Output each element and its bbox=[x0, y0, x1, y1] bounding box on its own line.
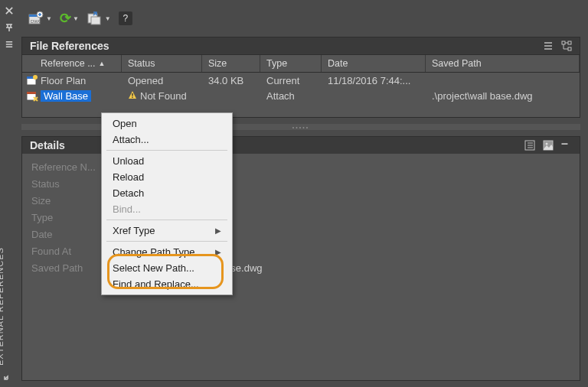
svg-rect-14 bbox=[132, 93, 132, 96]
svg-rect-5 bbox=[91, 17, 100, 24]
panel-title: Details bbox=[30, 139, 65, 151]
collapse-icon[interactable]: – bbox=[561, 140, 572, 151]
ctx-detach[interactable]: Detach bbox=[102, 185, 232, 201]
details-view-icon[interactable] bbox=[524, 140, 535, 151]
tree-view-icon[interactable] bbox=[561, 41, 572, 51]
table-row[interactable]: Floor Plan Opened 34.0 KB Current 11/18/… bbox=[22, 73, 580, 88]
svg-rect-15 bbox=[132, 96, 132, 97]
col-path[interactable]: Saved Path bbox=[426, 55, 580, 72]
ctx-select-new-path[interactable]: Select New Path... bbox=[102, 260, 232, 276]
col-date[interactable]: Date bbox=[322, 55, 426, 72]
ctx-attach[interactable]: Attach... bbox=[102, 132, 232, 148]
pin-icon[interactable] bbox=[3, 21, 15, 34]
ctx-open[interactable]: Open bbox=[102, 115, 232, 132]
table-row[interactable]: Wall Base Not Found Attach .\project\wal… bbox=[22, 88, 580, 103]
ctx-bind: Bind... bbox=[102, 201, 232, 217]
warning-icon bbox=[128, 90, 137, 102]
submenu-arrow-icon: ▶ bbox=[215, 226, 221, 235]
list-view-icon[interactable] bbox=[543, 41, 554, 51]
col-size[interactable]: Size bbox=[202, 55, 260, 72]
ctx-change-path-type[interactable]: Change Path Type▶ bbox=[102, 244, 232, 260]
ctx-reload[interactable]: Reload bbox=[102, 169, 232, 185]
close-icon[interactable] bbox=[3, 5, 15, 17]
help-icon: ? bbox=[119, 11, 132, 25]
refresh-button[interactable]: ⟳ ▼ bbox=[60, 10, 79, 27]
ctx-find-replace[interactable]: Find and Replace... bbox=[102, 276, 232, 292]
chevron-down-icon: ▼ bbox=[73, 15, 79, 22]
left-rail: EXTERNAL REFERENCES bbox=[0, 0, 18, 387]
attach-dwg-button[interactable]: DWG ▼ bbox=[28, 10, 52, 27]
menu-icon[interactable] bbox=[3, 38, 15, 50]
svg-rect-6 bbox=[562, 41, 565, 44]
palette-title: EXTERNAL REFERENCES bbox=[0, 247, 5, 366]
chevron-down-icon: ▼ bbox=[105, 15, 111, 22]
ctx-xref-type[interactable]: Xref Type▶ bbox=[102, 223, 232, 239]
preview-icon[interactable] bbox=[543, 140, 554, 151]
column-headers: Reference ...▲ Status Size Type Date Sav… bbox=[22, 54, 580, 73]
dwg-missing-icon bbox=[25, 89, 39, 102]
ctx-unload[interactable]: Unload bbox=[102, 153, 232, 169]
svg-point-18 bbox=[546, 143, 548, 145]
palette-handle-icon[interactable] bbox=[3, 371, 12, 382]
refresh-icon: ⟳ bbox=[60, 10, 71, 27]
help-button[interactable]: ? bbox=[119, 11, 132, 25]
submenu-arrow-icon: ▶ bbox=[215, 248, 221, 256]
dwg-current-icon bbox=[25, 74, 39, 86]
col-reference[interactable]: Reference ...▲ bbox=[22, 55, 122, 72]
svg-text:DWG: DWG bbox=[31, 19, 42, 24]
sort-asc-icon: ▲ bbox=[99, 60, 106, 67]
chevron-down-icon: ▼ bbox=[46, 15, 52, 22]
file-references-panel: File References Reference ...▲ Status Si… bbox=[21, 37, 580, 118]
context-menu: Open Attach... Unload Reload Detach Bind… bbox=[101, 112, 233, 295]
toolbar: DWG ▼ ⟳ ▼ ▼ ? bbox=[21, 6, 580, 31]
change-path-button[interactable]: ▼ bbox=[87, 10, 111, 27]
svg-point-11 bbox=[33, 75, 38, 80]
col-type[interactable]: Type bbox=[260, 55, 322, 72]
svg-rect-7 bbox=[568, 41, 571, 44]
col-status[interactable]: Status bbox=[122, 55, 202, 72]
svg-rect-8 bbox=[568, 47, 571, 50]
svg-rect-13 bbox=[27, 92, 36, 94]
panel-title: File References bbox=[30, 40, 109, 52]
